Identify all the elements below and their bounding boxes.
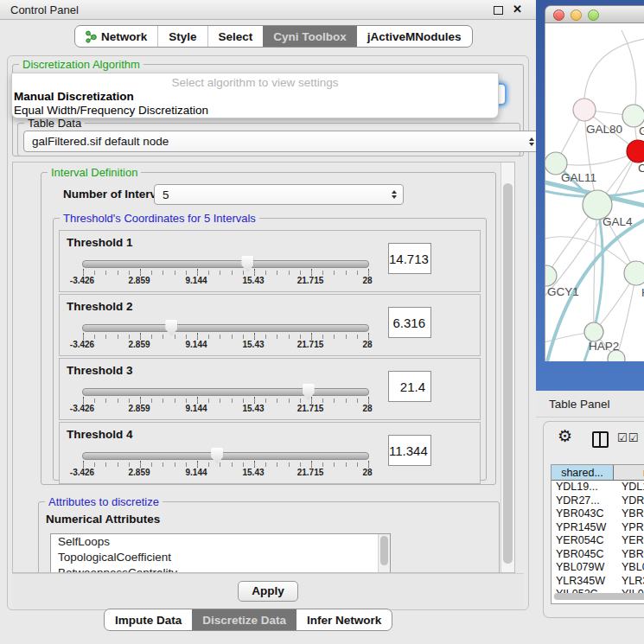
cell-shared-name[interactable]: YBL079W [552, 561, 613, 575]
algorithm-option-manual[interactable]: Manual Discretization [14, 90, 134, 103]
threshold-4-slider[interactable] [82, 452, 369, 460]
cell-shared-name[interactable]: YBR043C [552, 507, 613, 521]
number-of-intervals-combobox[interactable]: 5 [154, 184, 404, 205]
apply-button[interactable]: Apply [238, 581, 298, 602]
table-row[interactable]: YBL079W YBL0 [552, 561, 644, 575]
cell-shared-name[interactable]: YLR345W [552, 575, 613, 589]
split-columns-icon[interactable] [592, 431, 609, 448]
network-canvas[interactable]: GAL80 G. C GAL11 GAL4 GCY1 H HAP2 [545, 23, 644, 361]
threshold-3-slider[interactable] [82, 388, 369, 396]
tick-label: 2.859 [128, 404, 150, 413]
node-attribute-table[interactable]: shared... na YDL19... YDL1 YDR27... YDR2… [551, 464, 644, 604]
node-hap2[interactable] [584, 322, 603, 341]
network-graph: GAL80 G. C GAL11 GAL4 GCY1 H HAP2 [545, 23, 644, 361]
panel-vertical-scrollbar[interactable] [501, 163, 514, 572]
slider-minor-ticks [83, 335, 369, 339]
mac-close-icon[interactable] [553, 10, 564, 21]
table-row[interactable]: YDR27... YDR2 [552, 494, 644, 508]
cell-name[interactable]: YBR0 [613, 507, 644, 521]
table-row[interactable]: YPR145W YPR1 [552, 521, 644, 535]
tab-infer-network-label: Infer Network [307, 614, 381, 627]
threshold-3-panel: Threshold 3 -3.4262.8599.14415.4321.7152… [59, 358, 481, 420]
tab-select[interactable]: Select [207, 26, 264, 47]
cell-name[interactable]: YBR0 [613, 548, 644, 562]
list-item[interactable]: SelfLoops [51, 534, 390, 550]
cell-shared-name[interactable]: YER054C [552, 534, 613, 548]
algorithm-dropdown-popup: Select algorithm to view settings Manual… [11, 73, 499, 118]
close-icon[interactable]: ✕ [513, 3, 522, 16]
gear-icon[interactable]: ⚙ [558, 426, 572, 446]
tab-style[interactable]: Style [157, 26, 207, 47]
label-gal11: GAL11 [561, 171, 596, 184]
panel-scrollbar-thumb[interactable] [503, 183, 513, 564]
tab-cyni-toolbox[interactable]: Cyni Toolbox [263, 26, 357, 47]
node-h[interactable] [624, 261, 644, 285]
tab-jactivemnodules[interactable]: jActiveMNodules [357, 26, 472, 47]
cell-name[interactable]: YBL0 [613, 561, 644, 575]
tab-network[interactable]: Network [75, 26, 157, 47]
slider-minor-ticks [83, 462, 369, 467]
threshold-1-slider[interactable] [82, 260, 369, 268]
cell-shared-name[interactable]: YDL19... [552, 481, 613, 494]
slider-tick-labels: -3.4262.8599.14415.4321.71528 [82, 276, 367, 286]
cell-name[interactable]: YLR3 [613, 575, 644, 589]
tab-discretize-data[interactable]: Discretize Data [192, 609, 296, 630]
tab-infer-network[interactable]: Infer Network [296, 609, 392, 630]
slider-minor-ticks [83, 399, 369, 403]
table-data-combobox[interactable]: galFiltered.sif default node [23, 131, 541, 152]
mac-zoom-icon[interactable] [588, 10, 599, 21]
table-scrollbar-thumb[interactable] [554, 593, 644, 600]
table-row[interactable]: YBR045C YBR0 [552, 548, 644, 562]
tab-impute-data[interactable]: Impute Data [105, 609, 192, 630]
network-window-titlebar[interactable] [545, 5, 644, 23]
threshold-3-value-field[interactable]: 21.4 [388, 371, 431, 402]
cell-name[interactable]: YDR2 [613, 494, 644, 508]
numerical-attributes-list[interactable]: SelfLoopsTopologicalCoefficientBetweenne… [50, 533, 391, 573]
threshold-2-slider[interactable] [82, 324, 369, 332]
table-data-combobox-value: galFiltered.sif default node [32, 135, 169, 148]
list-scrollbar-thumb[interactable] [380, 536, 388, 565]
column-header-shared-name[interactable]: shared... [552, 465, 614, 481]
cell-shared-name[interactable]: YPR145W [552, 521, 613, 535]
node-gcy1[interactable] [545, 265, 557, 286]
table-row[interactable]: YER054C YER0 [552, 534, 644, 548]
algorithm-option-equal-width[interactable]: Equal Width/Frequency Discretization [14, 104, 208, 117]
threshold-1-value-field[interactable]: 14.713 [388, 243, 431, 274]
tick-label: 15.43 [242, 276, 264, 285]
float-window-icon[interactable] [494, 6, 503, 15]
cell-name[interactable]: YPR1 [613, 521, 644, 535]
table-row[interactable]: YBR043C YBR0 [552, 507, 644, 521]
table-horizontal-scrollbar[interactable] [553, 593, 644, 600]
list-item[interactable]: BetweennessCentrality [51, 565, 390, 573]
attributes-to-discretize-title: Attributes to discretize [45, 495, 163, 508]
control-panel-title: Control Panel [10, 3, 79, 16]
network-view-window: GAL80 G. C GAL11 GAL4 GCY1 H HAP2 [545, 5, 644, 361]
thresholds-coordinates-title: Threshold's Coordinates for 5 Intervals [60, 212, 259, 225]
table-data-title: Table Data [24, 117, 85, 130]
algorithm-hint-item[interactable]: Select algorithm to view settings [12, 76, 498, 89]
label-gcy1: GCY1 [547, 285, 579, 298]
mac-minimize-icon[interactable] [571, 10, 582, 21]
cell-name[interactable]: YER0 [613, 534, 644, 548]
column-header-name[interactable]: na [614, 465, 644, 481]
cell-shared-name[interactable]: YDR27... [552, 494, 613, 508]
node-red-selected[interactable] [627, 140, 644, 163]
tick-label: 21.715 [297, 340, 324, 349]
slider-tick-labels: -3.4262.8599.14415.4321.71528 [82, 468, 367, 478]
cell-name[interactable]: YDL1 [613, 481, 644, 494]
threshold-2-value-field[interactable]: 6.316 [388, 307, 431, 338]
interval-definition-group: Interval Definition Number of Intervals … [41, 172, 496, 485]
threshold-4-value-field[interactable]: 11.344 [388, 435, 431, 466]
tick-label: 15.43 [242, 468, 264, 477]
threshold-4-panel: Threshold 4 -3.4262.8599.14415.4321.7152… [59, 422, 481, 484]
node-gal80[interactable] [573, 99, 596, 121]
discretization-algorithm-title: Discretization Algorithm [19, 58, 143, 71]
control-panel-titlebar: Control Panel ✕ [0, 0, 536, 20]
table-row[interactable]: YLR345W YLR3 [552, 575, 644, 589]
table-row[interactable]: YDL19... YDL1 [552, 481, 644, 494]
cell-shared-name[interactable]: YBR045C [552, 548, 613, 562]
select-columns-icon[interactable]: ☑☑ [617, 431, 639, 444]
list-item[interactable]: TopologicalCoefficient [51, 550, 390, 565]
list-scrollbar[interactable] [378, 534, 390, 573]
attributes-to-discretize-group: Attributes to discretize Numerical Attri… [38, 501, 500, 573]
